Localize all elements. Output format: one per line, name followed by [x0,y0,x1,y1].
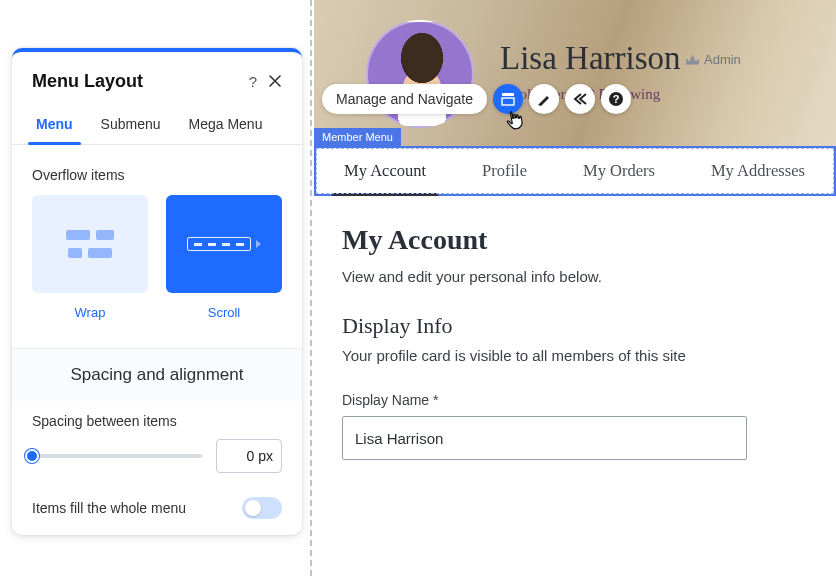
member-menu-tabs[interactable]: My Account Profile My Orders My Addresse… [314,146,836,196]
svg-rect-0 [502,93,514,96]
profile-hero: Lisa Harrison Admin 0 Followers 0 Follow… [314,0,836,148]
animation-icon[interactable] [565,84,595,114]
svg-text:?: ? [613,93,620,105]
overflow-option-wrap-label: Wrap [32,305,148,320]
menu-layout-panel: Menu Layout ? Menu Submenu Mega Menu Ove… [12,48,302,535]
overflow-option-wrap[interactable] [32,195,148,293]
crown-icon [686,55,699,65]
panel-title: Menu Layout [32,71,242,92]
mtab-my-orders[interactable]: My Orders [555,148,683,194]
mtab-my-addresses[interactable]: My Addresses [683,148,833,194]
member-menu-chip: Member Menu [314,128,401,146]
tab-submenu[interactable]: Submenu [87,106,175,144]
display-name-input[interactable] [342,416,747,460]
mtab-my-account[interactable]: My Account [316,148,454,194]
spacing-input[interactable]: 0 px [216,439,282,473]
page-title: My Account [342,224,808,256]
overflow-label: Overflow items [12,145,302,195]
design-icon[interactable] [529,84,559,114]
fill-label: Items fill the whole menu [32,500,186,516]
tab-mega-menu[interactable]: Mega Menu [175,106,277,144]
role-badge: Admin [686,52,741,67]
fill-toggle[interactable] [242,497,282,519]
panel-tabs: Menu Submenu Mega Menu [12,106,302,145]
overflow-option-scroll-label: Scroll [166,305,282,320]
display-name-label: Display Name * [342,392,808,408]
close-icon[interactable] [264,70,286,92]
toggle-knob [245,500,261,516]
element-toolbar: Manage and Navigate ? [322,84,631,114]
spacing-label: Spacing between items [32,413,282,429]
panel-preview-divider [310,0,312,576]
mtab-profile[interactable]: Profile [454,148,555,194]
overflow-option-scroll[interactable] [166,195,282,293]
tab-menu[interactable]: Menu [22,106,87,144]
chevron-right-icon [256,240,261,248]
toolbar-label[interactable]: Manage and Navigate [322,84,487,114]
section-heading: Display Info [342,313,808,339]
account-content: My Account View and edit your personal i… [314,196,836,576]
cursor-icon [504,109,526,135]
slider-knob[interactable] [25,449,39,463]
help-icon[interactable]: ? [242,73,264,90]
help-round-icon[interactable]: ? [601,84,631,114]
svg-rect-1 [502,98,514,105]
section-sub: Your profile card is visible to all memb… [342,347,808,364]
spacing-heading: Spacing and alignment [12,348,302,401]
user-name: Lisa Harrison [500,40,681,77]
page-intro: View and edit your personal info below. [342,268,808,285]
spacing-slider[interactable] [32,454,202,458]
